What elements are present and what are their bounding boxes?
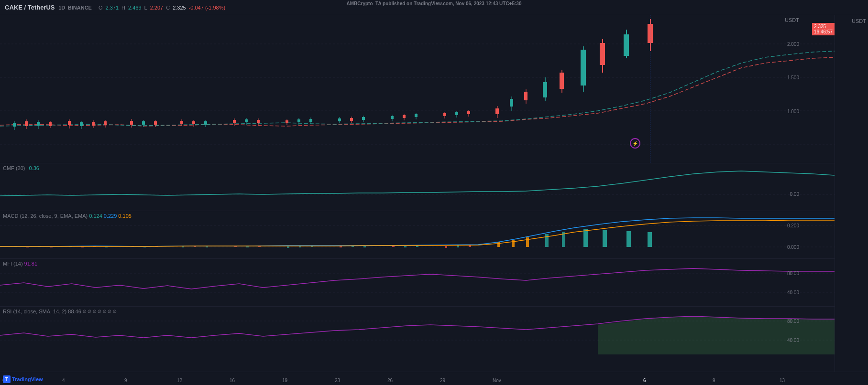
price-value: 2.325 [814, 24, 833, 29]
x-label-26: 26 [387, 378, 393, 383]
rsi-panel[interactable]: RSI (14, close, SMA, 14, 2) 88.46 ∅ ∅ ∅ … [0, 307, 835, 354]
price-1500: 1.500 [787, 75, 799, 80]
change-value: -0.047 (-1.98%) [189, 5, 225, 11]
svg-rect-30 [192, 121, 195, 124]
cmf-value: 0.36 [29, 165, 39, 171]
rsi-label: RSI (14, close, SMA, 14, 2) 88.46 ∅ ∅ ∅ … [3, 309, 117, 314]
svg-rect-12 [49, 122, 52, 126]
svg-rect-56 [415, 114, 418, 117]
cmf-svg [0, 163, 835, 211]
charts-left: USDT [0, 15, 835, 372]
x-label-19: 19 [282, 378, 287, 383]
macd-title: MACD (12, 26, close, 9, EMA, EMA) [3, 213, 88, 219]
svg-rect-127 [0, 259, 835, 307]
svg-rect-34 [233, 120, 236, 123]
svg-rect-0 [0, 15, 835, 163]
svg-rect-104 [246, 246, 249, 247]
svg-rect-54 [403, 115, 406, 118]
svg-rect-80 [648, 24, 653, 43]
svg-rect-48 [350, 118, 353, 121]
price-1000: 1.000 [787, 109, 799, 114]
svg-rect-124 [603, 230, 607, 247]
svg-rect-74 [581, 50, 586, 86]
chart-header: AMBCrypto_TA published on TradingView.co… [0, 0, 868, 15]
x-axis: Oct 4 9 12 16 19 23 26 29 Nov 6 9 13 T T… [0, 372, 868, 385]
svg-rect-62 [467, 111, 470, 114]
x-label-29: 29 [440, 378, 445, 383]
svg-rect-78 [624, 34, 629, 56]
mfi-40-label: 40.00 [787, 290, 799, 295]
svg-rect-126 [648, 232, 652, 247]
high-label: H [121, 5, 125, 11]
cmf-zero-label: 0.00 [790, 192, 799, 197]
svg-rect-24 [142, 121, 145, 125]
svg-rect-102 [206, 246, 208, 247]
open-value: 2.371 [106, 5, 119, 11]
svg-rect-58 [443, 113, 446, 116]
exchange-label: BINANCE [68, 5, 92, 11]
macd-200-label: 0.200 [787, 223, 799, 228]
mfi-label: MFI (14) 91.81 [3, 261, 37, 267]
tv-logo-text: TradingView [12, 376, 43, 382]
svg-rect-116 [457, 246, 459, 247]
ohlc-row: O 2.371 H 2.469 L 2.207 C 2.325 -0.047 (… [99, 5, 225, 11]
cmf-label: CMF (20) 0.36 [3, 165, 39, 171]
macd-val: 0.124 [89, 213, 102, 219]
svg-rect-6 [13, 123, 16, 127]
svg-rect-14 [68, 121, 71, 125]
svg-rect-72 [560, 73, 564, 89]
macd-panel[interactable]: MACD (12, 26, close, 9, EMA, EMA) 0.124 … [0, 211, 835, 259]
svg-rect-106 [287, 246, 289, 248]
main-price-panel[interactable]: USDT [0, 15, 835, 163]
svg-rect-76 [600, 43, 605, 65]
svg-rect-44 [309, 119, 312, 122]
svg-rect-38 [257, 120, 260, 123]
svg-rect-123 [583, 229, 588, 247]
low-label: L [144, 5, 147, 11]
low-value: 2.207 [150, 5, 164, 11]
svg-rect-84 [0, 163, 835, 211]
svg-rect-32 [204, 121, 207, 125]
price-axis: USDT [835, 15, 868, 372]
tv-logo: T TradingView [3, 375, 43, 383]
svg-rect-120 [526, 237, 529, 247]
svg-rect-66 [510, 99, 513, 107]
svg-rect-8 [25, 121, 28, 126]
svg-text:⚡: ⚡ [632, 140, 638, 147]
high-value: 2.469 [128, 5, 142, 11]
svg-rect-121 [545, 234, 549, 247]
close-value: 2.325 [173, 5, 186, 11]
price-2000: 2.000 [787, 42, 799, 47]
open-label: O [99, 5, 103, 11]
macd-hist: 0.105 [118, 213, 132, 219]
svg-rect-28 [180, 121, 183, 124]
mfi-value: 91.81 [24, 261, 38, 267]
x-label-12: 12 [177, 378, 182, 383]
x-label-23: 23 [335, 378, 340, 383]
svg-rect-68 [524, 92, 527, 100]
current-time: 16:46:57 [814, 29, 833, 34]
rsi-80-label: 80.00 [787, 319, 799, 324]
svg-rect-125 [626, 231, 631, 247]
svg-rect-118 [497, 242, 500, 247]
svg-rect-70 [543, 82, 547, 97]
svg-rect-60 [455, 112, 458, 115]
close-label: C [166, 5, 170, 11]
svg-rect-64 [495, 108, 499, 114]
svg-rect-115 [445, 246, 447, 248]
svg-rect-113 [404, 246, 407, 247]
mfi-panel[interactable]: MFI (14) 91.81 80.00 40.00 [0, 259, 835, 307]
svg-rect-10 [37, 122, 40, 126]
rsi-value: 88.46 [68, 309, 81, 314]
rsi-symbols: ∅ ∅ ∅ ∅ ∅ ∅ ∅ [83, 309, 117, 314]
x-label-nov: Nov [493, 378, 501, 383]
cmf-panel[interactable]: CMF (20) 0.36 0.00 [0, 163, 835, 211]
svg-rect-40 [286, 120, 288, 123]
svg-rect-18 [92, 122, 95, 126]
chart-container: AMBCrypto_TA published on TradingView.co… [0, 0, 868, 385]
usdt-label: USDT [785, 17, 799, 23]
rsi-40-label: 40.00 [787, 338, 799, 343]
macd-signal: 0.229 [104, 213, 117, 219]
svg-rect-46 [338, 118, 341, 121]
x-label-16: 16 [230, 378, 235, 383]
